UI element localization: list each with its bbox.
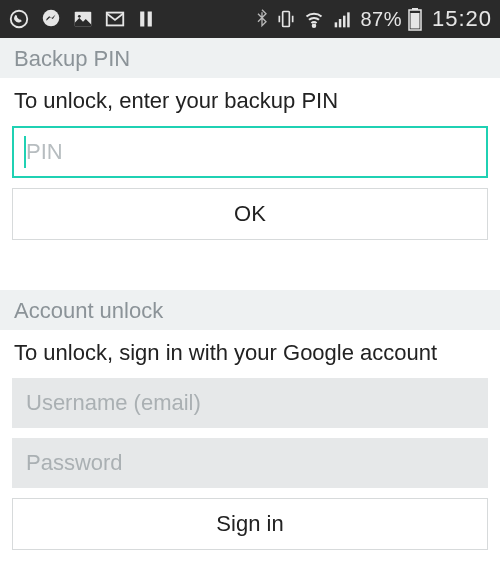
ok-button[interactable]: OK	[12, 188, 488, 240]
svg-rect-5	[140, 12, 144, 27]
svg-rect-14	[412, 8, 418, 10]
username-input[interactable]	[12, 378, 488, 428]
pause-icon	[136, 8, 156, 30]
svg-rect-15	[410, 13, 419, 29]
whatsapp-icon	[8, 8, 30, 30]
section-gap	[0, 250, 500, 290]
password-input[interactable]	[12, 438, 488, 488]
svg-point-3	[78, 15, 81, 18]
svg-point-0	[11, 11, 28, 28]
account-unlock-header: Account unlock	[0, 290, 500, 330]
signin-button[interactable]: Sign in	[12, 498, 488, 550]
svg-rect-9	[335, 22, 338, 27]
clock: 15:20	[432, 6, 492, 32]
gallery-icon	[72, 8, 94, 30]
svg-point-1	[43, 10, 60, 27]
pin-input[interactable]	[12, 126, 488, 178]
backup-pin-instruction: To unlock, enter your backup PIN	[0, 78, 500, 126]
messenger-icon	[40, 8, 62, 30]
svg-point-8	[313, 24, 316, 26]
svg-rect-7	[283, 12, 290, 27]
svg-rect-6	[148, 12, 152, 27]
battery-percent: 87%	[360, 8, 402, 31]
signal-icon	[332, 9, 354, 29]
backup-pin-header: Backup PIN	[0, 38, 500, 78]
gmail-icon	[104, 8, 126, 30]
wifi-icon	[302, 9, 326, 29]
svg-rect-10	[339, 19, 342, 27]
account-unlock-instruction: To unlock, sign in with your Google acco…	[0, 330, 500, 378]
bluetooth-icon	[254, 8, 270, 30]
vibrate-icon	[276, 8, 296, 30]
battery-icon	[408, 7, 422, 31]
svg-rect-12	[348, 12, 351, 27]
status-bar: 87% 15:20	[0, 0, 500, 38]
svg-rect-11	[343, 16, 346, 28]
